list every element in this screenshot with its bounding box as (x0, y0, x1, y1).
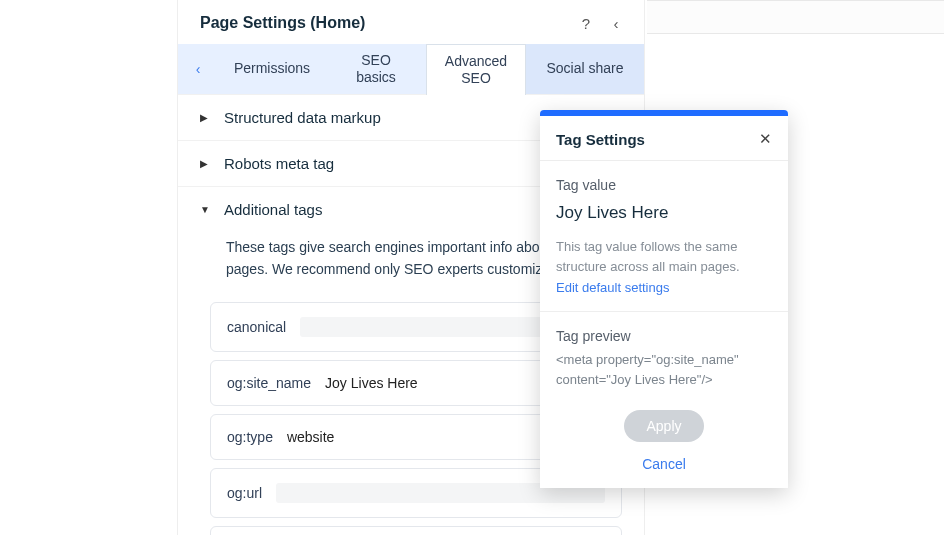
tag-row-keywords[interactable]: keywords Expressing, Your, Vision, Has, … (210, 526, 622, 535)
popover-actions: Apply Cancel (556, 410, 772, 472)
tab-seo-basics[interactable]: SEO basics (326, 44, 426, 94)
tag-value-label: Tag value (556, 177, 772, 193)
tag-key: og:url (227, 485, 262, 501)
apply-button[interactable]: Apply (624, 410, 703, 442)
collapse-icon[interactable]: ‹ (606, 15, 626, 32)
tab-advanced-seo[interactable]: Advanced SEO (426, 44, 526, 95)
popover-title: Tag Settings (556, 131, 759, 148)
tag-key: og:type (227, 429, 273, 445)
help-icon[interactable]: ? (576, 15, 596, 32)
chevron-right-icon: ▶ (200, 158, 214, 169)
tag-key: og:site_name (227, 375, 311, 391)
chevron-right-icon: ▶ (200, 112, 214, 123)
accordion-label: Additional tags (224, 201, 322, 218)
panel-header: Page Settings (Home) ? ‹ (178, 0, 644, 44)
tag-value-text: Joy Lives Here (556, 203, 772, 223)
tag-value: Joy Lives Here (325, 375, 418, 391)
accordion-label: Robots meta tag (224, 155, 334, 172)
tab-permissions[interactable]: Permissions (218, 44, 326, 94)
accordion-label: Structured data markup (224, 109, 381, 126)
close-icon[interactable]: ✕ (759, 130, 772, 148)
tag-value-note: This tag value follows the same structur… (556, 237, 772, 276)
tag-value: website (287, 429, 334, 445)
cancel-link[interactable]: Cancel (556, 456, 772, 472)
tabs-scroll-left-icon[interactable]: ‹ (178, 44, 218, 94)
tag-preview-text: <meta property="og:site_name" content="J… (556, 350, 772, 390)
background-strip (647, 0, 944, 34)
tag-preview-label: Tag preview (556, 328, 772, 344)
tab-bar: ‹ Permissions SEO basics Advanced SEO So… (178, 44, 644, 94)
tab-social-share[interactable]: Social share (526, 44, 644, 94)
popover-body: Tag value Joy Lives Here This tag value … (540, 161, 788, 488)
panel-title: Page Settings (Home) (200, 14, 566, 32)
divider (540, 311, 788, 312)
tag-key: canonical (227, 319, 286, 335)
edit-default-settings-link[interactable]: Edit default settings (556, 280, 669, 295)
tag-settings-popover: Tag Settings ✕ Tag value Joy Lives Here … (540, 110, 788, 488)
chevron-down-icon: ▼ (200, 204, 214, 215)
popover-header: Tag Settings ✕ (540, 116, 788, 161)
